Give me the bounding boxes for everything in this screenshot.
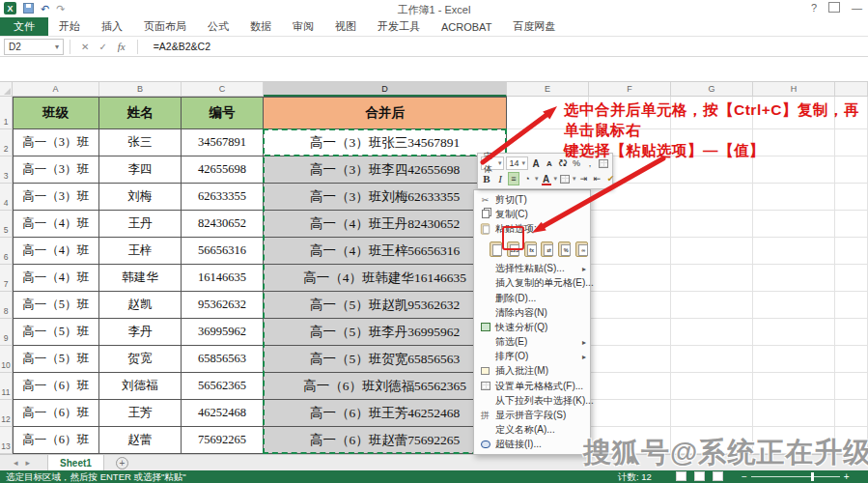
column-header-D[interactable]: D [264, 82, 507, 97]
empty-cell[interactable] [835, 400, 868, 427]
row-header-11[interactable]: 11 [0, 373, 13, 400]
row-header-4[interactable]: 4 [0, 184, 13, 211]
paste-formulas-icon[interactable]: fx [524, 241, 539, 258]
column-header-E[interactable]: E [507, 82, 589, 97]
column-header-H[interactable]: H [753, 82, 835, 97]
menu-item-删除D[interactable]: 删除(D)... [474, 291, 590, 305]
empty-cell[interactable] [835, 211, 868, 238]
table-cell-r8c1[interactable]: 高一（5）班 [13, 292, 99, 319]
row-header-12[interactable]: 12 [0, 400, 13, 427]
table-cell-r3c4[interactable]: 高一（3）班李四42655698 [264, 156, 507, 184]
table-header-cell-姓名[interactable]: 姓名 [99, 97, 182, 129]
empty-cell[interactable] [589, 238, 671, 265]
table-cell-r9c2[interactable]: 李丹 [99, 319, 182, 346]
empty-cell[interactable] [835, 265, 868, 292]
table-cell-r5c2[interactable]: 王丹 [99, 211, 182, 238]
minimize-icon[interactable]: — [852, 2, 862, 14]
column-header-F[interactable]: F [589, 82, 671, 97]
italic-icon[interactable]: I [494, 172, 506, 185]
table-cell-r8c4[interactable]: 高一（5）班赵凯95362632 [264, 292, 507, 319]
row-header-1[interactable]: 1 [0, 97, 13, 129]
ribbon-tab-数据[interactable]: 数据 [239, 17, 282, 36]
page-layout-view-icon[interactable] [694, 471, 705, 481]
empty-cell[interactable] [753, 265, 835, 292]
column-header-B[interactable]: B [99, 82, 182, 97]
table-cell-r4c3[interactable]: 62633355 [182, 184, 264, 211]
zoom-slider[interactable] [751, 476, 840, 477]
table-cell-r9c1[interactable]: 高一（5）班 [13, 319, 99, 346]
font-name-select[interactable]: 宋体 ▾ [481, 156, 504, 170]
page-break-view-icon[interactable] [713, 471, 723, 481]
row-header-9[interactable]: 9 [0, 319, 13, 346]
table-cell-r6c3[interactable]: 56656316 [182, 238, 264, 265]
table-cell-r11c1[interactable]: 高一（6）班 [13, 373, 99, 400]
table-cell-r3c1[interactable]: 高一（3）班 [13, 156, 99, 184]
ribbon-tab-开发工具[interactable]: 开发工具 [367, 17, 431, 36]
menu-item-从下拉列表中选择K[interactable]: 从下拉列表中选择(K)... [474, 393, 590, 408]
table-cell-r13c2[interactable]: 赵蕾 [99, 427, 182, 454]
table-cell-r10c2[interactable]: 贺宽 [99, 346, 182, 373]
add-sheet-icon[interactable]: + [116, 457, 128, 469]
empty-cell[interactable] [835, 156, 868, 184]
empty-cell[interactable] [835, 238, 868, 265]
empty-cell[interactable] [589, 265, 671, 292]
empty-cell[interactable] [671, 292, 753, 319]
menu-item-筛选E[interactable]: 筛选(E)▸ [474, 335, 590, 350]
table-cell-r10c3[interactable]: 65856563 [182, 346, 264, 373]
empty-cell[interactable] [671, 211, 753, 238]
ribbon-tab-ACROBAT[interactable]: ACROBAT [431, 17, 502, 36]
center-align-icon[interactable]: ≡ [508, 172, 519, 185]
font-size-select[interactable]: 14 ▾ [506, 156, 528, 170]
sheet-tab-sheet1[interactable]: Sheet1 [47, 455, 104, 471]
chevron-down-icon[interactable]: ▾ [573, 175, 576, 183]
empty-cell[interactable] [589, 211, 671, 238]
sheet-next-icon[interactable]: ▸ [26, 458, 31, 468]
ribbon-tab-页面布局[interactable]: 页面布局 [133, 17, 197, 36]
empty-cell[interactable] [671, 346, 753, 373]
empty-cell[interactable] [589, 319, 671, 346]
menu-item-插入复制的单元格E[interactable]: 插入复制的单元格(E)... [474, 276, 590, 291]
table-cell-r13c4[interactable]: 高一（6）班赵蕾75692265 [264, 427, 507, 454]
table-cell-r8c2[interactable]: 赵凯 [99, 292, 182, 319]
table-cell-r12c3[interactable]: 46252468 [182, 400, 264, 427]
empty-cell[interactable] [835, 346, 868, 373]
help-icon[interactable]: ? [811, 2, 817, 14]
table-cell-r5c4[interactable]: 高一（4）班王丹82430652 [264, 211, 507, 238]
table-cell-r4c2[interactable]: 刘梅 [99, 184, 182, 211]
column-header-G[interactable]: G [671, 82, 753, 97]
table-cell-r11c2[interactable]: 刘德福 [99, 373, 182, 400]
row-header-8[interactable]: 8 [0, 292, 13, 319]
paste-values-icon[interactable]: 123 [507, 241, 521, 258]
menu-item-排序O[interactable]: 排序(O)▸ [474, 350, 590, 364]
empty-cell[interactable] [753, 427, 835, 454]
table-cell-r2c1[interactable]: 高一（3）班 [13, 129, 99, 156]
table-cell-r10c4[interactable]: 高一（5）班贺宽65856563 [264, 346, 507, 373]
menu-item-插入批注M[interactable]: 插入批注(M) [474, 364, 590, 379]
bold-icon[interactable]: B [481, 172, 492, 185]
table-cell-r4c1[interactable]: 高一（3）班 [13, 184, 99, 211]
empty-cell[interactable] [753, 211, 835, 238]
menu-item-定义名称A[interactable]: 定义名称(A)... [474, 423, 590, 438]
empty-cell[interactable] [835, 319, 868, 346]
select-all-button[interactable] [0, 82, 13, 97]
menu-item-显示拼音字段S[interactable]: 拼显示拼音字段(S) [474, 408, 590, 422]
row-header-2[interactable]: 2 [0, 129, 13, 156]
empty-cell[interactable] [671, 238, 753, 265]
empty-cell[interactable] [753, 292, 835, 319]
ribbon-tab-审阅[interactable]: 审阅 [282, 17, 324, 36]
table-cell-r6c1[interactable]: 高一（4）班 [13, 238, 99, 265]
row-header-3[interactable]: 3 [0, 156, 13, 184]
merge-cells-icon[interactable]: ⇥ [578, 172, 590, 185]
zoom-slider-handle[interactable] [811, 472, 814, 481]
table-cell-r9c3[interactable]: 36995962 [182, 319, 264, 346]
formula-input[interactable]: =A2&B2&C2 [154, 41, 210, 52]
format-brush-icon[interactable]: ✔ [605, 172, 617, 185]
empty-cell[interactable] [835, 292, 868, 319]
table-cell-r9c4[interactable]: 高一（5）班李丹36995962 [264, 319, 507, 346]
row-header-6[interactable]: 6 [0, 238, 13, 265]
table-cell-r8c3[interactable]: 95362632 [182, 292, 264, 319]
row-header-5[interactable]: 5 [0, 211, 13, 238]
unmerge-cells-icon[interactable]: ⇤ [592, 172, 603, 185]
empty-cell[interactable] [835, 373, 868, 400]
empty-cell[interactable] [671, 400, 753, 427]
